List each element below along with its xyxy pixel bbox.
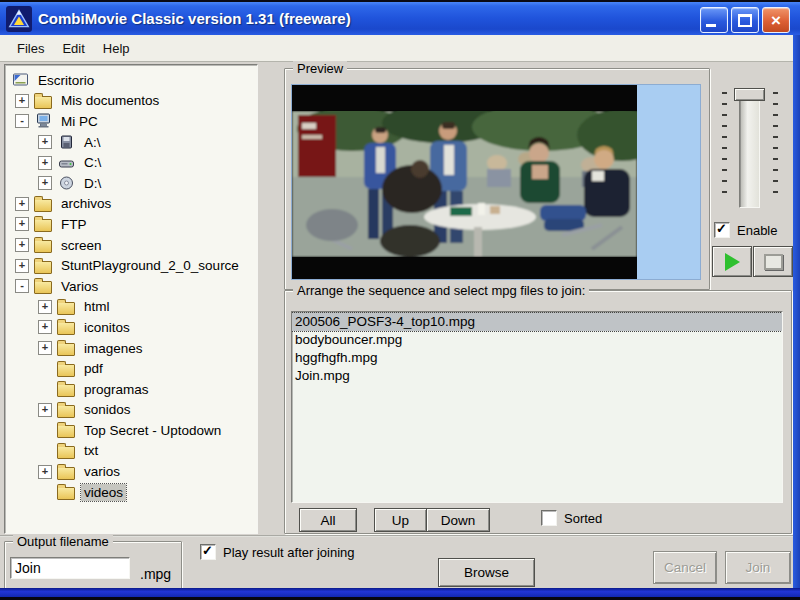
folder-icon [57,405,75,418]
tree-item-label: FTP [58,216,90,233]
tree-item-top-secret[interactable]: Top Secret - Uptodown [9,420,257,441]
enable-checkbox[interactable] [714,222,730,238]
tree-item-label: Escritorio [35,72,97,89]
expander-icon[interactable]: + [38,320,52,334]
expander-icon[interactable]: + [15,197,29,211]
slider-ticks-left [722,92,727,202]
enable-checkbox-row[interactable]: Enable [714,222,777,238]
tree-item-html[interactable]: + html [9,297,257,318]
expander-icon[interactable]: + [38,156,52,170]
file-list-item[interactable]: bodybouncer.mpg [292,331,782,349]
tree-item-label: D:\ [81,175,104,192]
output-filename-input[interactable] [10,557,130,579]
folder-icon [57,302,75,315]
expander-icon[interactable]: + [15,94,29,108]
down-button[interactable]: Down [426,508,490,532]
floppy-drive-icon [57,135,75,150]
tree-item-screen[interactable]: + screen [9,235,257,256]
expander-icon[interactable]: - [15,279,29,293]
tree-item-escritorio[interactable]: Escritorio [9,70,257,91]
stop-button[interactable] [753,246,793,277]
video-frame [292,85,637,279]
window-bottom-edge [0,588,800,597]
tree-item-label: Mis documentos [58,92,162,109]
menu-files[interactable]: Files [8,38,53,59]
play-button[interactable] [712,246,752,277]
file-list-item[interactable]: hggfhgfh.mpg [292,349,782,367]
slider-ticks-right [773,92,778,202]
browse-button[interactable]: Browse [438,558,535,587]
enable-label: Enable [737,223,777,238]
tree-item-label: Varios [58,278,101,295]
expander-icon[interactable]: + [38,176,52,190]
tree-item-mis-documentos[interactable]: + Mis documentos [9,91,257,112]
bottom-divider [0,535,793,537]
tree-item-sonidos[interactable]: + sonidos [9,400,257,421]
tree-item-varios-parent[interactable]: - Varios [9,276,257,297]
sorted-checkbox-row[interactable]: Sorted [541,510,602,526]
tree-item-drive-d[interactable]: + D:\ [9,173,257,194]
all-button[interactable]: All [299,508,357,532]
tree-item-drive-a[interactable]: + A:\ [9,132,257,153]
expander-icon[interactable]: - [15,114,29,128]
file-list-item[interactable]: Join.mpg [292,367,782,385]
folder-icon [57,364,75,377]
tree-item-label: txt [81,442,101,459]
expander-icon[interactable]: + [38,341,52,355]
folder-icon [34,261,52,274]
slider-thumb[interactable] [734,88,765,101]
play-after-checkbox[interactable] [200,544,216,560]
tree-item-videos[interactable]: videos [9,482,257,503]
tree-item-imagenes[interactable]: + imagenes [9,338,257,359]
folder-icon [57,487,75,500]
cancel-button[interactable]: Cancel [653,551,717,584]
expander-icon[interactable]: + [38,403,52,417]
tree-item-label: Mi PC [58,113,101,130]
tree-item-archivos[interactable]: + archivos [9,194,257,215]
close-button[interactable]: × [762,7,790,33]
folder-icon [34,219,52,232]
expander-icon[interactable]: + [38,300,52,314]
menu-edit[interactable]: Edit [53,38,93,59]
join-button[interactable]: Join [725,551,791,584]
expander-icon[interactable]: + [15,259,29,273]
tree-item-programas[interactable]: programas [9,379,257,400]
tree-item-mi-pc[interactable]: - Mi PC [9,111,257,132]
my-documents-icon [34,96,52,109]
tree-item-stuntplayground[interactable]: + StuntPlayground_2_0_source [9,255,257,276]
expander-icon[interactable]: + [38,135,52,149]
hard-drive-icon [57,155,75,170]
folder-tree[interactable]: Escritorio + Mis documentos - Mi PC + A:… [4,64,258,534]
menu-help[interactable]: Help [94,38,139,59]
minimize-button[interactable] [700,7,728,33]
tree-item-iconitos[interactable]: + iconitos [9,317,257,338]
tree-item-pdf[interactable]: pdf [9,358,257,379]
volume-slider[interactable] [722,86,778,210]
expander-icon[interactable]: + [15,238,29,252]
folder-icon [57,322,75,335]
folder-icon [57,384,75,397]
play-after-label: Play result after joining [223,545,355,560]
expander-icon[interactable]: + [38,465,52,479]
slider-track[interactable] [739,88,760,208]
title-bar[interactable]: CombiMovie Classic version 1.31 (freewar… [0,2,800,35]
expander-icon[interactable]: + [15,217,29,231]
file-list-item[interactable]: 200506_POSF3-4_top10.mpg [292,313,782,331]
tree-item-label: varios [81,463,123,480]
play-after-checkbox-row[interactable]: Play result after joining [200,544,355,560]
tree-item-drive-c[interactable]: + C:\ [9,152,257,173]
folder-icon [57,467,75,480]
folder-icon [57,425,75,438]
window-right-edge [793,35,800,589]
file-list[interactable]: 200506_POSF3-4_top10.mpg bodybouncer.mpg… [291,311,783,503]
app-icon [6,6,32,32]
tree-item-ftp[interactable]: + FTP [9,214,257,235]
folder-icon [34,199,52,212]
tree-item-txt[interactable]: txt [9,441,257,462]
maximize-icon [738,14,752,27]
maximize-button[interactable] [731,7,759,33]
sorted-checkbox[interactable] [541,510,557,526]
stop-icon [764,254,783,270]
up-button[interactable]: Up [374,508,427,532]
tree-item-varios-child[interactable]: + varios [9,461,257,482]
